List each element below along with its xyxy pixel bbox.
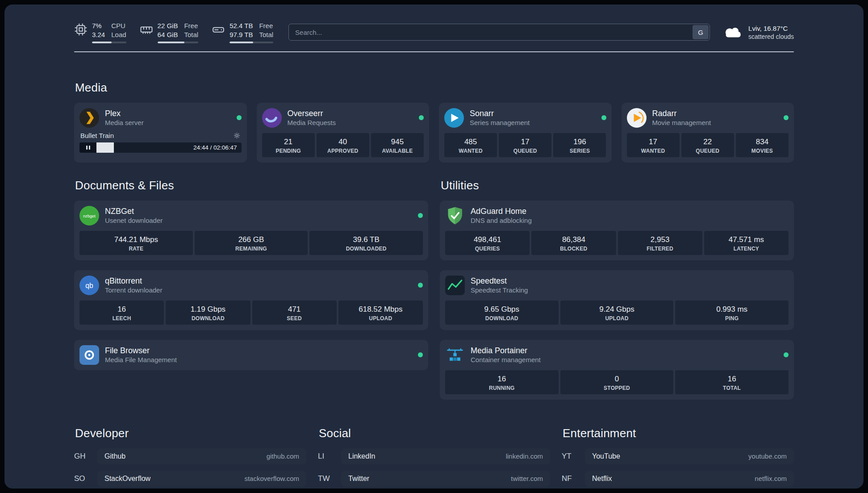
bookmark-abbr: YT <box>562 452 585 461</box>
service-name: Media Portainer <box>471 346 541 356</box>
memory-progress-bar <box>158 42 199 43</box>
adguard-icon <box>445 206 465 226</box>
service-description: Media File Management <box>105 355 177 364</box>
pause-button[interactable] <box>79 142 96 153</box>
memory-icon <box>140 23 153 36</box>
qbittorrent-icon: qb <box>79 276 99 295</box>
speedtest-icon <box>445 276 465 295</box>
bookmark-group-social: Social LI LinkedIn linkedin.com TW Twitt… <box>318 426 550 489</box>
progress-track[interactable] <box>96 142 189 153</box>
service-name: Radarr <box>652 109 711 119</box>
stat-blocked: 86,384BLOCKED <box>531 231 616 255</box>
topbar-divider <box>74 51 794 52</box>
bookmark-abbr: TW <box>318 474 341 483</box>
playback-progress: 24:44 / 02:06:47 <box>79 142 242 153</box>
status-dot <box>418 352 423 357</box>
weather-condition: scattered clouds <box>748 33 794 40</box>
stat-running: 16RUNNING <box>445 370 559 394</box>
status-dot <box>601 115 606 120</box>
bookmark-youtube[interactable]: YouTube youtube.com <box>585 448 794 464</box>
resource-widgets: 7%3.24 CPULoad 22 GiB64 GiB FreeTotal <box>74 21 273 43</box>
service-card-portainer[interactable]: Media Portainer Container management 16R… <box>440 340 794 400</box>
service-card-overseerr[interactable]: Overseerr Media Requests 21PENDING 40APP… <box>257 103 430 163</box>
service-card-plex[interactable]: Plex Media server Bullet Train 24:44 / 0… <box>74 103 247 163</box>
search-input[interactable] <box>288 24 710 41</box>
status-dot <box>784 352 789 357</box>
stat-series: 196SERIES <box>553 133 606 157</box>
stat-movies: 834MOVIES <box>736 133 789 157</box>
cloud-icon <box>722 25 743 39</box>
svg-text:nzbget: nzbget <box>83 213 96 218</box>
plex-icon <box>79 108 99 128</box>
bookmark-group-entertainment: Entertainment YT YouTube youtube.com NF … <box>562 426 794 489</box>
section-title-entertainment: Entertainment <box>563 426 794 440</box>
stat-total: 16TOTAL <box>675 370 789 394</box>
cpu-values: 7%3.24 <box>92 21 105 39</box>
svg-text:qb: qb <box>85 281 93 289</box>
stat-latency: 47.571 msLATENCY <box>704 231 789 255</box>
stat-remaining: 266 GBREMAINING <box>195 231 308 255</box>
service-card-nzbget[interactable]: nzbget NZBGet Usenet downloader 744.21 M… <box>74 201 428 260</box>
bookmark-linkedin[interactable]: LinkedIn linkedin.com <box>341 448 550 464</box>
stat-queries: 498,461QUERIES <box>445 231 530 255</box>
service-description: Media Requests <box>288 118 336 127</box>
section-title-utilities: Utilities <box>441 179 794 192</box>
search-bar: G <box>288 24 710 41</box>
bookmark-twitter[interactable]: Twitter twitter.com <box>341 471 550 487</box>
now-playing-title: Bullet Train <box>80 132 114 139</box>
nzbget-icon: nzbget <box>79 206 99 226</box>
bookmark-group-developer: Developer GH Github github.com SO StackO… <box>74 426 306 489</box>
portainer-icon <box>445 345 465 365</box>
service-name: Speedtest <box>471 276 528 286</box>
stat-upload: 9.24 GbpsUPLOAD <box>560 301 674 325</box>
memory-labels: FreeTotal <box>184 21 198 39</box>
service-description: Series management <box>470 118 530 127</box>
overseerr-icon <box>262 108 282 128</box>
service-card-filebrowser[interactable]: File Browser Media File Management <box>74 340 428 370</box>
status-dot <box>418 283 423 288</box>
bookmark-github[interactable]: Github github.com <box>97 448 306 464</box>
sonarr-icon <box>444 108 464 128</box>
section-title-documents: Documents & Files <box>75 179 428 192</box>
service-card-speedtest[interactable]: Speedtest Speedtest Tracking 9.65 GbpsDO… <box>440 270 794 330</box>
cpu-widget: 7%3.24 CPULoad <box>74 21 126 43</box>
service-card-sonarr[interactable]: Sonarr Series management 485WANTED 17QUE… <box>439 103 612 163</box>
stat-queued: 22QUEUED <box>681 133 734 157</box>
filebrowser-icon <box>79 345 99 365</box>
service-name: Overseerr <box>288 109 336 119</box>
weather-widget: Lviv, 16.87°C scattered clouds <box>722 24 794 40</box>
service-name: File Browser <box>105 346 177 356</box>
memory-widget: 22 GiB64 GiB FreeTotal <box>140 21 199 43</box>
gear-icon[interactable] <box>233 132 241 139</box>
service-description: Torrent downloader <box>105 286 162 295</box>
playback-time: 24:44 / 02:06:47 <box>189 144 242 151</box>
disk-progress-bar <box>230 42 273 43</box>
dashboard: 7%3.24 CPULoad 22 GiB64 GiB FreeTotal <box>4 4 864 489</box>
stat-downloaded: 39.6 TBDOWNLOADED <box>309 231 423 255</box>
service-card-adguard[interactable]: AdGuard Home DNS and adblocking 498,461Q… <box>440 201 794 260</box>
section-title-social: Social <box>319 426 550 440</box>
stat-ping: 0.993 msPING <box>675 301 789 325</box>
service-name: NZBGet <box>105 206 163 217</box>
bookmark-stackoverflow[interactable]: StackOverflow stackoverflow.com <box>97 471 306 487</box>
stat-wanted: 485WANTED <box>444 133 497 157</box>
stat-rate: 744.21 MbpsRATE <box>79 231 193 255</box>
status-dot <box>237 115 242 120</box>
status-dot <box>784 115 789 120</box>
status-dot <box>418 213 423 218</box>
service-card-qbittorrent[interactable]: qb qBittorrent Torrent downloader 16LEEC… <box>74 270 428 330</box>
topbar: 7%3.24 CPULoad 22 GiB64 GiB FreeTotal <box>74 21 794 43</box>
bookmark-netflix[interactable]: Netflix netflix.com <box>585 471 794 487</box>
section-title-developer: Developer <box>75 426 306 440</box>
stat-stopped: 0STOPPED <box>560 370 674 394</box>
search-provider-button[interactable]: G <box>693 25 709 39</box>
stat-leech: 16LEECH <box>79 301 164 325</box>
service-description: Container management <box>471 355 541 364</box>
service-card-radarr[interactable]: Radarr Movie management 17WANTED 22QUEUE… <box>622 103 794 163</box>
cpu-icon <box>74 23 88 36</box>
service-description: Movie management <box>652 118 711 127</box>
disk-values: 52.4 TB97.9 TB <box>230 21 253 39</box>
stat-available: 945AVAILABLE <box>371 133 424 157</box>
stat-upload: 618.52 MbpsUPLOAD <box>338 301 423 325</box>
stat-download: 9.65 GbpsDOWNLOAD <box>445 301 559 325</box>
